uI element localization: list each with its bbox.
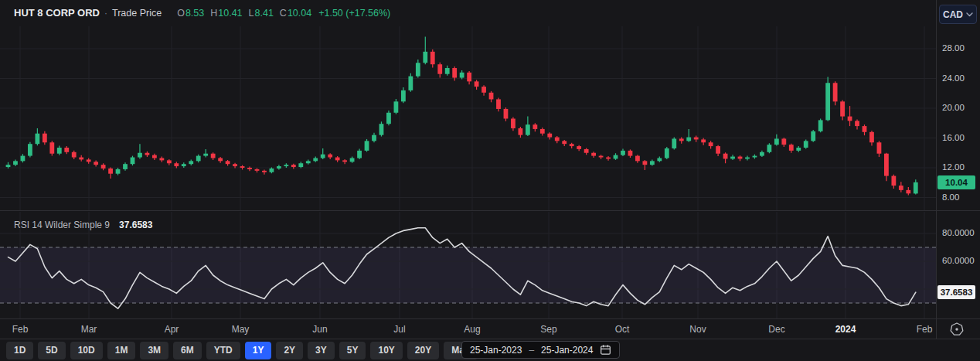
range-button-20y[interactable]: 20Y — [407, 342, 439, 359]
candle-body — [416, 63, 420, 76]
range-button-10y[interactable]: 10Y — [370, 342, 402, 359]
candle-body — [891, 176, 896, 186]
price-chart-pane[interactable] — [0, 26, 936, 210]
candle-body — [877, 142, 882, 153]
date-to: 25-Jan-2024 — [541, 345, 593, 356]
candle-body — [665, 148, 669, 158]
toolbar-divider — [0, 339, 980, 339]
price-axis-tick: 12.00 — [942, 162, 978, 172]
candle-body — [328, 155, 332, 158]
open-label: O — [177, 8, 185, 19]
range-button-ytd[interactable]: YTD — [206, 342, 240, 359]
candle-body — [291, 165, 296, 167]
close-value: 10.04 — [288, 8, 311, 19]
rsi-axis-tick: 80.0000 — [942, 228, 978, 237]
candle-body — [562, 141, 567, 144]
currency-selector[interactable]: CAD — [939, 5, 977, 24]
candle-body — [79, 158, 83, 160]
candle-body — [540, 129, 545, 134]
candle-body — [116, 169, 121, 174]
candle-body — [72, 152, 77, 158]
candle-body — [87, 159, 91, 162]
range-button-1m[interactable]: 1M — [107, 342, 136, 359]
candle-body — [138, 153, 142, 158]
candle-body — [496, 99, 501, 109]
candle-body — [796, 148, 801, 151]
range-button-3y[interactable]: 3Y — [308, 342, 335, 359]
candle-body — [211, 154, 216, 158]
candle-body — [203, 154, 208, 156]
symbol-name[interactable]: HUT 8 CORP ORD — [14, 7, 100, 19]
candle-body — [452, 68, 457, 78]
range-button-2y[interactable]: 2Y — [276, 342, 303, 359]
time-axis-tick: Jun — [303, 324, 337, 335]
candle-body — [650, 161, 655, 165]
candle-body — [642, 161, 647, 165]
pane-divider[interactable] — [0, 210, 980, 211]
axis-settings-button[interactable] — [948, 321, 965, 338]
candle-body — [298, 163, 303, 167]
series-label: Trade Price — [112, 8, 162, 19]
price-axis-tick: 8.00 — [942, 192, 978, 202]
rsi-current-value: 37.6583 — [119, 220, 152, 230]
candle-body — [467, 73, 471, 82]
range-button-1d[interactable]: 1D — [6, 342, 33, 359]
candle-body — [475, 81, 479, 87]
candle-body — [657, 158, 662, 161]
range-button-6m[interactable]: 6M — [173, 342, 202, 359]
rsi-axis-tick: 60.0000 — [942, 256, 978, 265]
candle-body — [818, 120, 823, 131]
candle-body — [357, 151, 362, 158]
range-button-5y[interactable]: 5Y — [339, 342, 366, 359]
time-axis-tick: Apr — [155, 324, 189, 335]
candle-body — [145, 153, 150, 155]
candle-body — [855, 121, 859, 126]
candle-body — [899, 186, 903, 190]
candle-body — [767, 145, 771, 152]
range-button-3m[interactable]: 3M — [140, 342, 168, 359]
candle-body — [519, 128, 523, 135]
candle-body — [914, 182, 918, 194]
candle-body — [445, 68, 450, 74]
high-label: H — [210, 8, 217, 19]
candle-body — [174, 163, 179, 166]
rsi-band-fill — [0, 247, 936, 303]
candle-body — [789, 145, 794, 151]
candle-body — [863, 126, 867, 132]
currency-label: CAD — [943, 9, 963, 20]
candle-body — [182, 164, 186, 166]
candle-body — [753, 156, 757, 158]
candle-body — [262, 171, 267, 172]
candle-body — [123, 164, 128, 169]
candle-body — [284, 165, 288, 166]
candle-body — [167, 160, 172, 163]
range-button-5d[interactable]: 5D — [38, 342, 65, 359]
time-axis-tick: May — [223, 324, 257, 335]
candle-body — [35, 134, 39, 144]
time-axis-tick: Feb — [907, 324, 941, 335]
date-range-separator: – — [529, 345, 534, 356]
candle-body — [13, 161, 18, 165]
candle-body — [591, 153, 596, 156]
rsi-indicator-name[interactable]: RSI 14 Wilder Simple 9 — [14, 220, 110, 230]
candle-body — [738, 157, 743, 159]
candle-body — [57, 148, 62, 154]
candle-body — [365, 141, 369, 151]
candle-body — [840, 101, 845, 116]
candle-body — [350, 158, 355, 162]
range-button-10d[interactable]: 10D — [70, 342, 103, 359]
candle-body — [401, 90, 406, 101]
time-axis[interactable]: FebMarAprMayJunJulAugSepOctNovDec2024Feb — [0, 319, 936, 339]
candle-body — [28, 144, 32, 155]
calendar-icon — [600, 344, 611, 356]
candle-body — [614, 155, 618, 159]
candle-body — [833, 83, 838, 101]
candle-body — [825, 83, 830, 120]
candle-body — [335, 158, 340, 161]
date-range-picker[interactable]: 25-Jan-2023 – 25-Jan-2024 — [461, 341, 620, 359]
candle-body — [101, 165, 106, 169]
range-button-1y[interactable]: 1Y — [245, 342, 272, 359]
price-axis-tick: 24.00 — [942, 73, 978, 83]
candle-body — [159, 158, 164, 160]
candle-body — [226, 161, 230, 164]
